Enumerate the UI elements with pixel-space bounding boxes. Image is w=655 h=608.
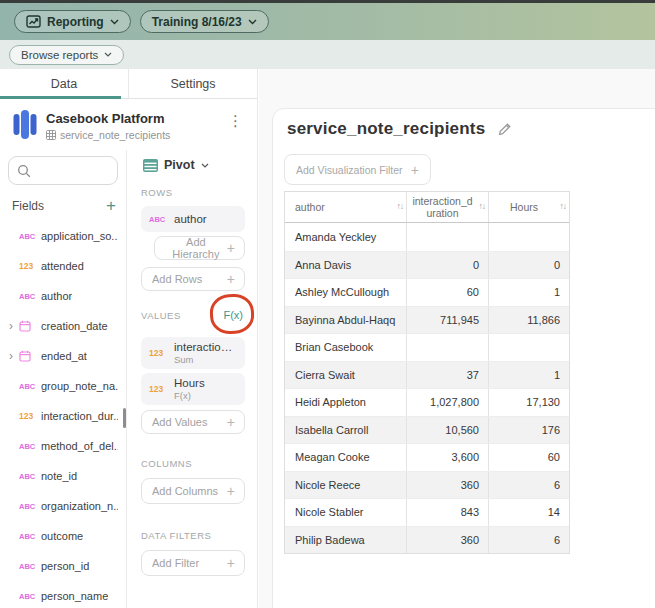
chevron-down-icon	[104, 52, 112, 57]
fields-scrollbar-thumb[interactable]	[123, 408, 126, 428]
value-cell: 711,945	[407, 307, 489, 334]
author-cell: Heidi Appleton	[285, 389, 407, 416]
chevron-right-icon[interactable]: ›	[8, 320, 19, 332]
field-item[interactable]: ABCgroup_note_na...	[8, 371, 118, 401]
field-item[interactable]: ABCauthor	[8, 281, 118, 311]
table-row[interactable]: Bayinna Abdul-Haqq711,94511,866	[285, 306, 569, 334]
value-cell: 6	[489, 527, 569, 554]
pivot-field-chip[interactable]: 123HoursF(x)	[141, 373, 245, 405]
value-cell: 176	[489, 417, 569, 444]
add-columns-button[interactable]: Add Columns +	[141, 478, 245, 504]
author-cell: Ashley McCullough	[285, 279, 407, 306]
sort-icon[interactable]: ↑↓	[479, 202, 486, 212]
visualization-type-selector[interactable]: Pivot	[143, 158, 245, 172]
column-header[interactable]: interaction_duration↑↓	[407, 192, 489, 222]
pivot-config-panel: Pivot ROWS ABCauthor Add Hierarchy + Add…	[127, 150, 257, 608]
field-label: application_so...	[41, 230, 118, 242]
value-cell: 60	[489, 444, 569, 471]
field-label: person_name	[41, 590, 108, 602]
column-header[interactable]: Hours↑↓	[489, 192, 569, 222]
sidebar-tabs: Data Settings	[0, 69, 257, 99]
field-item[interactable]: ›ended_at	[8, 341, 118, 371]
value-cell: 1	[489, 362, 569, 389]
pivot-field-chip[interactable]: ABCauthor	[141, 206, 245, 232]
data-config-sidebar: Data Settings Casebook Platform	[0, 69, 258, 608]
add-rows-label: Add Rows	[152, 273, 202, 285]
add-filter-label: Add Filter	[152, 557, 199, 569]
field-item[interactable]: ABCnote_id	[8, 461, 118, 491]
field-item[interactable]: ›creation_date	[8, 311, 118, 341]
field-item[interactable]: ABCmethod_of_del...	[8, 431, 118, 461]
line-chart-icon	[26, 15, 41, 28]
column-header[interactable]: author↑↓	[285, 192, 407, 222]
calendar-icon	[19, 350, 39, 362]
field-label: note_id	[41, 470, 77, 482]
data-source-text: Casebook Platform service_note_recipient…	[46, 109, 170, 141]
chip-aggregation-label: Sum	[174, 354, 237, 365]
fx-formula-button[interactable]: F(x)	[223, 309, 245, 321]
table-row[interactable]: Isabella Carroll10,560176	[285, 416, 569, 444]
add-visualization-filter-button[interactable]: Add Visualization Filter +	[284, 154, 431, 185]
author-cell: Anna Davis	[285, 252, 407, 279]
text-field-icon: ABC	[19, 592, 39, 601]
chevron-down-icon	[110, 19, 119, 25]
chevron-down-icon	[248, 19, 257, 25]
table-row[interactable]: Cierra Swait371	[285, 361, 569, 389]
reporting-menu-button[interactable]: Reporting	[14, 10, 131, 33]
secondary-toolbar: Browse reports	[0, 40, 655, 69]
table-body: Amanda YeckleyAnna Davis00Ashley McCullo…	[285, 223, 569, 553]
field-item[interactable]: ABCorganization_n...	[8, 491, 118, 521]
text-field-icon: ABC	[19, 292, 39, 301]
text-field-icon: ABC	[19, 562, 39, 571]
sort-icon[interactable]: ↑↓	[560, 202, 567, 212]
value-cell: 60	[407, 279, 489, 306]
author-cell: Isabella Carroll	[285, 417, 407, 444]
add-field-button[interactable]: +	[106, 197, 116, 214]
table-row[interactable]: Anna Davis00	[285, 251, 569, 279]
field-item[interactable]: 123attended	[8, 251, 118, 281]
table-row[interactable]: Philip Badewa3606	[285, 526, 569, 554]
reporting-label: Reporting	[47, 15, 104, 29]
training-report-selector[interactable]: Training 8/16/23	[140, 10, 269, 33]
field-item[interactable]: ABCperson_name	[8, 581, 118, 608]
table-row[interactable]: Nicole Stabler84314	[285, 498, 569, 526]
kebab-menu-icon[interactable]: ⋮	[228, 113, 243, 128]
field-item[interactable]: ABCperson_id	[8, 551, 118, 581]
value-cell: 10,560	[407, 417, 489, 444]
table-row[interactable]: Heidi Appleton1,027,80017,130	[285, 388, 569, 416]
sort-icon[interactable]: ↑↓	[397, 202, 404, 212]
value-cell: 37	[407, 362, 489, 389]
text-field-icon: ABC	[19, 532, 39, 541]
edit-title-icon[interactable]	[497, 121, 513, 137]
data-source-header: Casebook Platform service_note_recipient…	[0, 99, 257, 150]
field-search-input[interactable]	[8, 156, 118, 185]
add-values-button[interactable]: Add Values +	[141, 410, 245, 434]
table-row[interactable]: Ashley McCullough601	[285, 278, 569, 306]
table-row[interactable]: Nicole Reece3606	[285, 471, 569, 499]
visualization-card: service_note_recipients Add Visualizatio…	[272, 108, 655, 608]
number-field-icon: 123	[149, 348, 168, 358]
add-filter-button[interactable]: Add Filter +	[141, 550, 245, 576]
chevron-right-icon[interactable]: ›	[8, 350, 19, 362]
tab-settings[interactable]: Settings	[129, 69, 257, 98]
number-field-icon: 123	[149, 384, 168, 394]
field-item[interactable]: ABCoutcome	[8, 521, 118, 551]
table-row[interactable]: Meagan Cooke3,60060	[285, 443, 569, 471]
plus-icon: +	[227, 556, 235, 570]
field-item[interactable]: ABCapplication_so...	[8, 221, 118, 251]
columns-section-label: COLUMNS	[141, 458, 245, 469]
add-rows-button[interactable]: Add Rows +	[141, 267, 245, 291]
tab-data[interactable]: Data	[0, 69, 129, 98]
training-label: Training 8/16/23	[152, 15, 242, 29]
browse-reports-button[interactable]: Browse reports	[9, 45, 124, 65]
pivot-field-chip[interactable]: 123interaction_durat...Sum	[141, 337, 245, 369]
table-row[interactable]: Brian Casebook	[285, 333, 569, 361]
author-cell: Brian Casebook	[285, 334, 407, 361]
table-row[interactable]: Amanda Yeckley	[285, 223, 569, 251]
field-item[interactable]: 123interaction_dur...	[8, 401, 118, 431]
add-hierarchy-button[interactable]: Add Hierarchy +	[154, 236, 245, 260]
database-icon	[13, 110, 37, 139]
browse-reports-label: Browse reports	[21, 49, 98, 61]
values-section-label: VALUES	[141, 310, 181, 321]
visualization-area: service_note_recipients Add Visualizatio…	[259, 69, 655, 608]
